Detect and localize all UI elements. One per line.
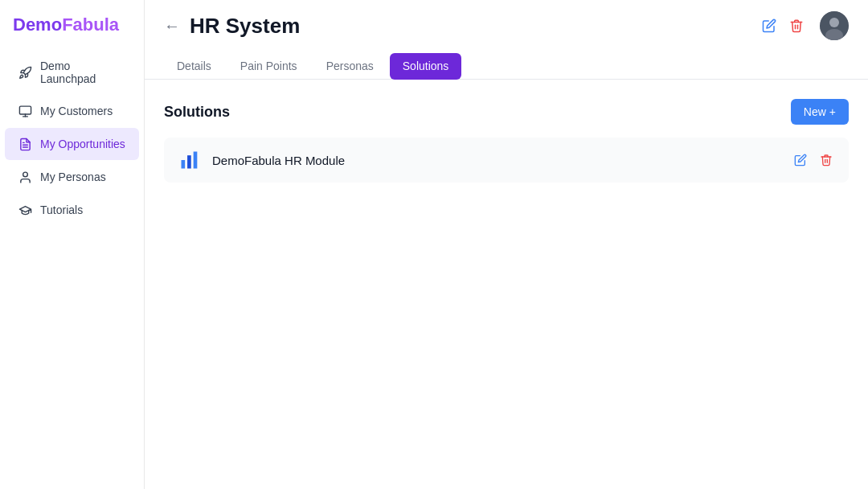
solution-delete-icon <box>820 154 833 166</box>
opportunities-icon <box>18 137 32 151</box>
solution-delete-button[interactable] <box>817 150 836 170</box>
content-area: Solutions New + DemoFabula HR Module <box>145 80 868 489</box>
title-actions <box>759 15 807 36</box>
svg-rect-11 <box>194 152 198 169</box>
solution-left: DemoFabula HR Module <box>177 147 345 173</box>
logo-fabula: Fabula <box>62 14 119 35</box>
sidebar-item-tutorials[interactable]: Tutorials <box>5 194 139 226</box>
customers-icon <box>18 104 32 118</box>
main-content: ← HR System <box>145 0 868 489</box>
solution-edit-button[interactable] <box>791 150 810 170</box>
new-button-label: New <box>804 105 826 118</box>
avatar[interactable] <box>820 11 849 40</box>
plus-icon: + <box>829 105 836 118</box>
logo-demo: Demo <box>13 14 62 35</box>
page-title-row: ← HR System <box>164 14 300 39</box>
svg-rect-0 <box>19 106 31 114</box>
sidebar-item-label: My Opportunities <box>40 138 125 150</box>
page-title: HR System <box>190 14 300 39</box>
brand-logo[interactable]: DemoFabula <box>0 0 144 50</box>
bar-chart-icon <box>178 149 201 171</box>
sidebar-item-label: Demo Launchpad <box>40 60 126 85</box>
sidebar-item-label: My Personas <box>40 171 106 183</box>
solution-row: DemoFabula HR Module <box>164 138 849 183</box>
sidebar: DemoFabula Demo Launchpad My Customers M… <box>0 0 145 489</box>
tab-pain-points[interactable]: Pain Points <box>227 53 310 79</box>
sidebar-item-my-opportunities[interactable]: My Opportunities <box>5 128 139 160</box>
sidebar-item-label: Tutorials <box>40 203 83 216</box>
svg-point-7 <box>829 18 839 27</box>
rocket-icon <box>18 65 32 80</box>
tab-solutions[interactable]: Solutions <box>390 53 462 80</box>
solution-icon <box>177 147 203 173</box>
delete-icon <box>789 18 804 33</box>
edit-icon <box>762 18 776 33</box>
svg-point-5 <box>23 172 27 177</box>
solutions-title: Solutions <box>164 104 230 121</box>
solution-actions <box>791 150 836 170</box>
svg-rect-10 <box>187 155 191 168</box>
solutions-list: DemoFabula HR Module <box>164 138 849 183</box>
tabs: DetailsPain PointsPersonasSolutions <box>145 40 868 80</box>
topbar: ← HR System <box>145 0 868 40</box>
sidebar-item-label: My Customers <box>40 105 113 117</box>
sidebar-item-my-personas[interactable]: My Personas <box>5 161 139 193</box>
tab-details[interactable]: Details <box>164 53 224 79</box>
avatar-image <box>820 11 849 40</box>
tab-personas[interactable]: Personas <box>313 53 387 79</box>
svg-rect-9 <box>182 160 186 169</box>
tutorials-icon <box>18 203 32 217</box>
sidebar-item-demo-launchpad[interactable]: Demo Launchpad <box>5 51 139 94</box>
sidebar-item-my-customers[interactable]: My Customers <box>5 95 139 127</box>
solution-edit-icon <box>794 154 807 166</box>
nav-list: Demo Launchpad My Customers My Opportuni… <box>0 50 144 227</box>
new-solution-button[interactable]: New + <box>791 99 849 125</box>
delete-button[interactable] <box>786 15 807 36</box>
back-icon: ← <box>164 17 180 35</box>
personas-icon <box>18 170 32 184</box>
solution-name: DemoFabula HR Module <box>212 154 345 167</box>
topbar-right <box>820 11 849 40</box>
back-button[interactable]: ← <box>164 17 180 35</box>
edit-button[interactable] <box>759 15 780 36</box>
solutions-header: Solutions New + <box>164 99 849 125</box>
